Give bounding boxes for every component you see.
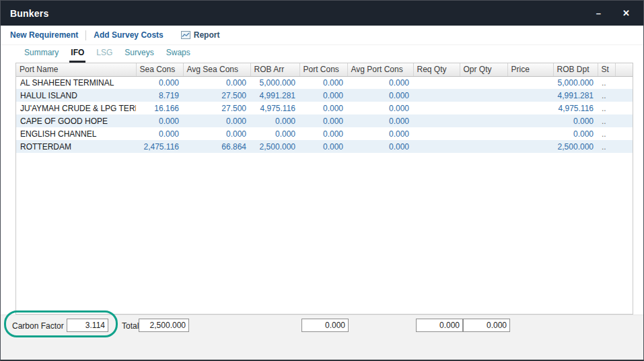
cell-price[interactable] <box>507 76 553 89</box>
cell-rob_dpt[interactable]: 0.000 <box>553 114 598 127</box>
cell-rob_arr[interactable]: 5,000.000 <box>250 76 299 89</box>
cell-port_cons[interactable]: 0.000 <box>299 76 347 89</box>
tab-lsg[interactable]: LSG <box>95 45 114 63</box>
table-row[interactable]: CAPE OF GOOD HOPE0.0000.0000.0000.0000.0… <box>16 114 633 127</box>
cell-st[interactable]: .. <box>598 140 615 153</box>
close-icon[interactable]: ✕ <box>622 9 630 18</box>
cell-req_qty[interactable] <box>413 127 460 140</box>
column-header-port_cons[interactable]: Port Cons <box>299 63 347 76</box>
column-header-rob_arr[interactable]: ROB Arr <box>250 63 299 76</box>
carbon-factor-input[interactable] <box>67 319 108 332</box>
cell-avg_port_cons[interactable]: 0.000 <box>347 127 413 140</box>
tab-surveys[interactable]: Surveys <box>123 45 155 63</box>
cell-req_qty[interactable] <box>413 114 460 127</box>
cell-st[interactable]: .. <box>598 89 615 102</box>
cell-avg_port_cons[interactable]: 0.000 <box>347 140 413 153</box>
table-row[interactable]: JU'AYMAH CRUDE & LPG TERMIN16.16627.5004… <box>16 102 633 114</box>
cell-rob_arr[interactable]: 0.000 <box>250 127 299 140</box>
cell-price[interactable] <box>507 140 553 153</box>
cell-rob_dpt[interactable]: 2,500.000 <box>553 140 598 153</box>
cell-req_qty[interactable] <box>413 102 460 114</box>
tab-summary[interactable]: Summary <box>23 45 60 63</box>
report-button[interactable]: Report <box>181 30 220 40</box>
cell-port_name[interactable]: ENGLISH CHANNEL <box>16 127 136 140</box>
cell-port_name[interactable]: ROTTERDAM <box>16 140 136 153</box>
cell-rob_dpt[interactable]: 0.000 <box>553 127 598 140</box>
column-header-opr_qty[interactable]: Opr Qty <box>460 63 507 76</box>
cell-opr_qty[interactable] <box>460 114 507 127</box>
cell-port_name[interactable]: HALUL ISLAND <box>16 89 136 102</box>
cell-avg_sea_cons[interactable]: 0.000 <box>183 127 250 140</box>
cell-opr_qty[interactable] <box>460 140 507 153</box>
table-row[interactable]: AL SHAHEEN TERMINAL0.0000.0005,000.0000.… <box>16 76 633 89</box>
column-header-avg_port_cons[interactable]: Avg Port Cons <box>347 63 413 76</box>
cell-st[interactable]: .. <box>598 114 615 127</box>
cell-avg_sea_cons[interactable]: 66.864 <box>183 140 250 153</box>
cell-opr_qty[interactable] <box>460 89 507 102</box>
total-req-qty-box[interactable] <box>416 319 463 332</box>
cell-req_qty[interactable] <box>413 89 460 102</box>
cell-rob_dpt[interactable]: 5,000.000 <box>553 76 598 89</box>
cell-port_cons[interactable]: 0.000 <box>299 140 347 153</box>
cell-sea_cons[interactable]: 0.000 <box>136 114 183 127</box>
cell-port_name[interactable]: JU'AYMAH CRUDE & LPG TERMIN <box>16 102 136 114</box>
column-header-avg_sea_cons[interactable]: Avg Sea Cons <box>183 63 250 76</box>
column-header-price[interactable]: Price <box>507 63 553 76</box>
cell-price[interactable] <box>507 114 553 127</box>
cell-price[interactable] <box>507 127 553 140</box>
cell-port_name[interactable]: AL SHAHEEN TERMINAL <box>16 76 136 89</box>
cell-avg_port_cons[interactable]: 0.000 <box>347 89 413 102</box>
column-header-st[interactable]: St <box>598 63 615 76</box>
total-rob-box[interactable] <box>139 319 189 332</box>
cell-rob_arr[interactable]: 4,991.281 <box>250 89 299 102</box>
cell-st[interactable]: .. <box>598 76 615 89</box>
cell-req_qty[interactable] <box>413 76 460 89</box>
add-survey-costs-button[interactable]: Add Survey Costs <box>94 30 163 40</box>
cell-rob_arr[interactable]: 0.000 <box>250 114 299 127</box>
new-requirement-button[interactable]: New Requirement <box>10 30 78 40</box>
column-header-port_name[interactable]: Port Name <box>16 63 136 76</box>
cell-st[interactable]: .. <box>598 102 615 114</box>
cell-avg_sea_cons[interactable]: 0.000 <box>183 76 250 89</box>
cell-rob_dpt[interactable]: 4,975.116 <box>553 102 598 114</box>
column-header-req_qty[interactable]: Req Qty <box>413 63 460 76</box>
cell-opr_qty[interactable] <box>460 127 507 140</box>
tab-ifo[interactable]: IFO <box>69 45 85 63</box>
cell-st[interactable]: .. <box>598 127 615 140</box>
minimize-icon[interactable]: – <box>596 9 601 18</box>
column-header-rob_dpt[interactable]: ROB Dpt <box>553 63 598 76</box>
cell-sea_cons[interactable]: 16.166 <box>136 102 183 114</box>
cell-port_name[interactable]: CAPE OF GOOD HOPE <box>16 114 136 127</box>
total-port-cons-box[interactable] <box>301 319 349 332</box>
cell-price[interactable] <box>507 89 553 102</box>
column-header-filler <box>615 63 633 76</box>
cell-rob_arr[interactable]: 2,500.000 <box>250 140 299 153</box>
table-row[interactable]: HALUL ISLAND8.71927.5004,991.2810.0000.0… <box>16 89 633 102</box>
cell-port_cons[interactable]: 0.000 <box>299 114 347 127</box>
cell-avg_port_cons[interactable]: 0.000 <box>347 114 413 127</box>
cell-port_cons[interactable]: 0.000 <box>299 127 347 140</box>
cell-opr_qty[interactable] <box>460 76 507 89</box>
cell-avg_sea_cons[interactable]: 0.000 <box>183 114 250 127</box>
table-row[interactable]: ENGLISH CHANNEL0.0000.0000.0000.0000.000… <box>16 127 633 140</box>
cell-sea_cons[interactable]: 2,475.116 <box>136 140 183 153</box>
total-opr-qty-box[interactable] <box>463 319 510 332</box>
column-header-sea_cons[interactable]: Sea Cons <box>136 63 183 76</box>
cell-sea_cons[interactable]: 0.000 <box>136 76 183 89</box>
cell-sea_cons[interactable]: 0.000 <box>136 127 183 140</box>
cell-port_cons[interactable]: 0.000 <box>299 89 347 102</box>
table-row[interactable]: ROTTERDAM2,475.11666.8642,500.0000.0000.… <box>16 140 633 153</box>
cell-price[interactable] <box>507 102 553 114</box>
cell-req_qty[interactable] <box>413 140 460 153</box>
cell-port_cons[interactable]: 0.000 <box>299 102 347 114</box>
cell-avg_sea_cons[interactable]: 27.500 <box>183 89 250 102</box>
tab-swaps[interactable]: Swaps <box>165 45 192 63</box>
cell-filler <box>615 140 633 153</box>
cell-avg_sea_cons[interactable]: 27.500 <box>183 102 250 114</box>
cell-rob_arr[interactable]: 4,975.116 <box>250 102 299 114</box>
cell-rob_dpt[interactable]: 4,991.281 <box>553 89 598 102</box>
cell-sea_cons[interactable]: 8.719 <box>136 89 183 102</box>
cell-avg_port_cons[interactable]: 0.000 <box>347 102 413 114</box>
cell-avg_port_cons[interactable]: 0.000 <box>347 76 413 89</box>
cell-opr_qty[interactable] <box>460 102 507 114</box>
